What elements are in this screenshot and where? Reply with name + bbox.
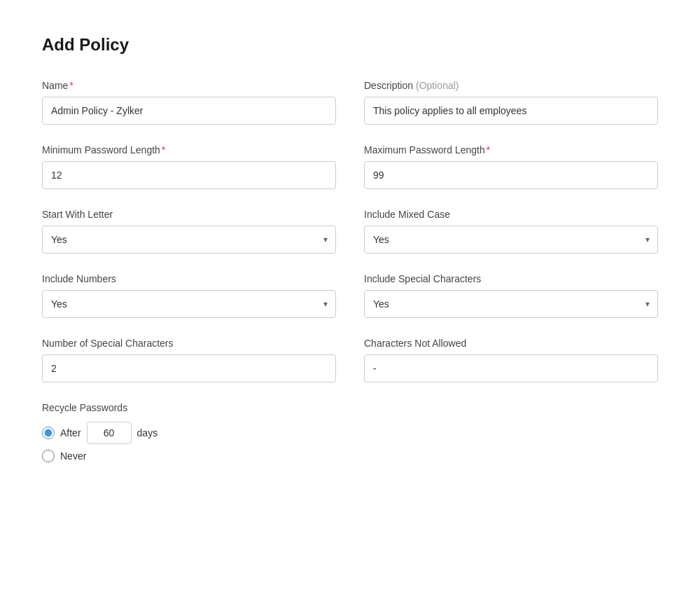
field-include-mixed-case: Include Mixed Case Yes No ▾ [364, 209, 658, 254]
start-with-letter-label: Start With Letter [42, 209, 336, 220]
row-recycle-passwords: Recycle Passwords After days Never [42, 402, 658, 462]
start-with-letter-select[interactable]: Yes No [42, 226, 336, 254]
description-label: Description(Optional) [364, 80, 658, 91]
include-numbers-wrapper: Yes No ▾ [42, 290, 336, 318]
field-empty-right [364, 402, 658, 462]
max-password-input[interactable] [364, 161, 658, 189]
row-special-count-chars-not-allowed: Number of Special Characters Characters … [42, 338, 658, 382]
field-include-numbers: Include Numbers Yes No ▾ [42, 273, 336, 318]
form-section: Name* Description(Optional) Minimum Pass… [42, 80, 658, 462]
radio-option-never[interactable]: Never [42, 450, 336, 462]
num-special-label: Number of Special Characters [42, 338, 336, 349]
field-start-with-letter: Start With Letter Yes No ▾ [42, 209, 336, 254]
include-mixed-case-select[interactable]: Yes No [364, 226, 658, 254]
field-chars-not-allowed: Characters Not Allowed [364, 338, 658, 382]
field-description: Description(Optional) [364, 80, 658, 125]
field-name: Name* [42, 80, 336, 125]
start-with-letter-wrapper: Yes No ▾ [42, 226, 336, 254]
recycle-passwords-section: After days Never [42, 422, 336, 462]
row-start-mixed: Start With Letter Yes No ▾ Include Mixed… [42, 209, 658, 254]
min-password-label: Minimum Password Length* [42, 144, 336, 156]
row-password-length: Minimum Password Length* Maximum Passwor… [42, 144, 658, 189]
chars-not-allowed-label: Characters Not Allowed [364, 338, 658, 349]
never-label: Never [60, 450, 86, 462]
include-numbers-select[interactable]: Yes No [42, 290, 336, 318]
days-input[interactable] [87, 422, 132, 444]
field-max-password: Maximum Password Length* [364, 144, 658, 189]
name-label: Name* [42, 80, 336, 91]
row-name-description: Name* Description(Optional) [42, 80, 658, 125]
radio-never[interactable] [42, 450, 55, 462]
page-title: Add Policy [42, 35, 658, 55]
description-input[interactable] [364, 97, 658, 125]
row-numbers-special: Include Numbers Yes No ▾ Include Special… [42, 273, 658, 318]
num-special-input[interactable] [42, 354, 336, 382]
include-mixed-case-label: Include Mixed Case [364, 209, 658, 220]
include-special-select[interactable]: Yes No [364, 290, 658, 318]
radio-after[interactable] [42, 427, 55, 439]
field-include-special: Include Special Characters Yes No ▾ [364, 273, 658, 318]
after-label: After [60, 427, 81, 438]
min-password-input[interactable] [42, 161, 336, 189]
include-special-wrapper: Yes No ▾ [364, 290, 658, 318]
include-numbers-label: Include Numbers [42, 273, 336, 284]
max-password-label: Maximum Password Length* [364, 144, 658, 156]
name-input[interactable] [42, 97, 336, 125]
include-special-label: Include Special Characters [364, 273, 658, 284]
recycle-passwords-label: Recycle Passwords [42, 402, 336, 413]
chars-not-allowed-input[interactable] [364, 354, 658, 382]
include-mixed-case-wrapper: Yes No ▾ [364, 226, 658, 254]
days-label: days [137, 427, 158, 438]
radio-option-after[interactable]: After days [42, 422, 336, 444]
page-container: Add Policy Name* Description(Optional) M… [0, 0, 700, 497]
field-recycle-passwords: Recycle Passwords After days Never [42, 402, 336, 462]
field-num-special: Number of Special Characters [42, 338, 336, 382]
field-min-password: Minimum Password Length* [42, 144, 336, 189]
